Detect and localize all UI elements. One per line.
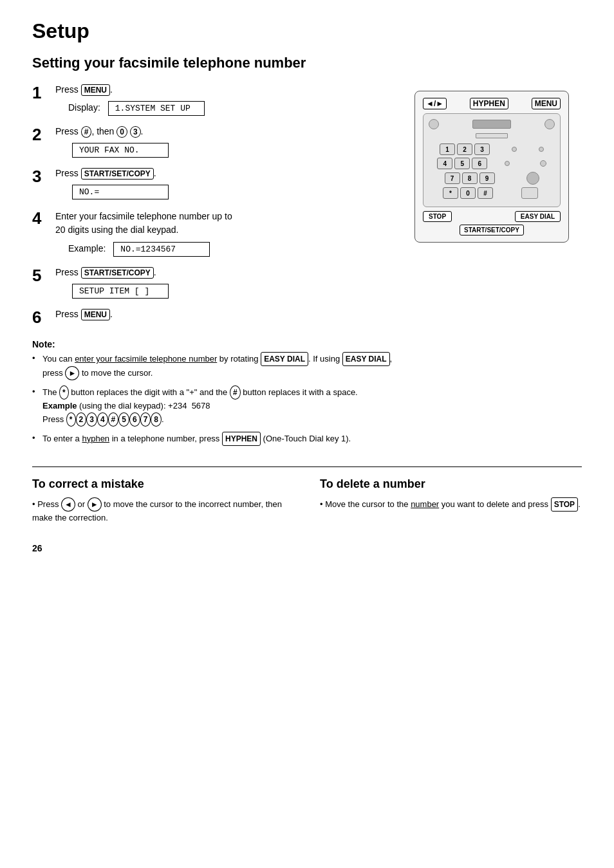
- step-5: 5 Press START/SET/COPY. SETUP ITEM [ ]: [32, 267, 402, 299]
- note-item-2: The * button replaces the digit with a "…: [32, 385, 402, 427]
- fax-key-8: 8: [462, 172, 478, 184]
- fax-key-0: 0: [460, 187, 476, 199]
- correct-mistake-title: To correct a mistake: [32, 477, 294, 491]
- fax-circles-group-1: 1 2 3: [440, 143, 490, 155]
- step-4-example-label: Example:: [68, 243, 106, 254]
- correct-mistake-section: To correct a mistake • Press ◄ or ► to m…: [32, 477, 294, 524]
- step-1-display-row: Display: 1.SYSTEM SET UP: [68, 98, 402, 116]
- forward-arrow-note1: ►: [65, 366, 79, 380]
- stop-key-delete: STOP: [551, 497, 578, 512]
- easy-dial-btn-diagram: EASY DIAL: [515, 211, 561, 222]
- press-star: *: [66, 412, 76, 427]
- menu-btn-diagram: MENU: [532, 98, 561, 109]
- step-2-instruction: Press #, then 0 3.: [55, 126, 402, 138]
- nav-arrows-btn: ◄/►: [423, 98, 447, 109]
- step-1-instruction: Press MENU.: [55, 84, 402, 96]
- step-2-content: Press #, then 0 3. YOUR FAX NO.: [55, 126, 402, 158]
- page-number: 26: [32, 543, 582, 553]
- fax-key-1: 1: [440, 143, 455, 155]
- press-hash: #: [108, 412, 119, 427]
- step-5-display-value: SETUP ITEM [ ]: [72, 284, 169, 299]
- delete-number-text: • Move the cursor to the number you want…: [320, 497, 582, 512]
- step-1-display-value: 1.SYSTEM SET UP: [108, 101, 205, 116]
- notes-label: Note:: [32, 339, 402, 349]
- fax-diagram-column: ◄/► HYPHEN MENU 1 2: [414, 84, 582, 451]
- fax-circles-row-3: 7 8 9: [429, 172, 555, 185]
- step-5-content: Press START/SET/COPY. SETUP ITEM [ ]: [55, 267, 402, 299]
- step-4-instruction: Enter your facsimile telephone number up…: [55, 210, 402, 237]
- section-divider: [32, 466, 582, 467]
- fax-small-circle-1: [512, 147, 517, 152]
- delete-number-section: To delete a number • Move the cursor to …: [320, 477, 582, 524]
- fax-key-4: 4: [437, 158, 452, 169]
- notes-section: Note: You can enter your facsimile telep…: [32, 339, 402, 446]
- forward-arrow-correct: ►: [88, 497, 102, 512]
- steps-column: 1 Press MENU. Display: 1.SYSTEM SET UP 2…: [32, 84, 402, 451]
- step-2: 2 Press #, then 0 3. YOUR FAX NO.: [32, 126, 402, 158]
- fax-circle-right: [544, 119, 555, 129]
- hash-key: #: [81, 126, 92, 138]
- page-title: Setup: [32, 19, 582, 43]
- fax-diagram: ◄/► HYPHEN MENU 1 2: [414, 91, 569, 243]
- press-5: 5: [118, 412, 129, 427]
- step-3: 3 Press START/SET/COPY. NO.=: [32, 168, 402, 199]
- step-3-display-value: NO.=: [72, 185, 169, 199]
- hyphen-btn: HYPHEN: [470, 98, 508, 109]
- press-7: 7: [140, 412, 151, 427]
- fax-key-star: *: [443, 187, 458, 199]
- fax-key-3: 3: [474, 143, 490, 155]
- step-2-display-row: YOUR FAX NO.: [68, 140, 402, 158]
- step-3-number: 3: [32, 167, 55, 187]
- fax-key-2: 2: [457, 143, 472, 155]
- fax-paper-slot: [476, 133, 508, 138]
- step-6-number: 6: [32, 308, 55, 328]
- bottom-layout: To correct a mistake • Press ◄ or ► to m…: [32, 477, 582, 524]
- step-1-content: Press MENU. Display: 1.SYSTEM SET UP: [55, 84, 402, 116]
- step-6-content: Press MENU.: [55, 309, 402, 323]
- fax-circles-group-4: * 0 #: [443, 187, 493, 199]
- press-8: 8: [151, 412, 162, 427]
- zero-key: 0: [116, 126, 127, 138]
- step-1-display-label: Display:: [68, 102, 100, 113]
- fax-circles-group-2: 4 5 6: [437, 158, 487, 169]
- note-item-1: You can enter your facsimile telephone n…: [32, 352, 402, 380]
- start-set-copy-key-5: START/SET/COPY: [81, 267, 154, 279]
- menu-key-6: MENU: [81, 309, 110, 320]
- step-4-number: 4: [32, 208, 55, 228]
- note-item-3: To enter a hyphen in a telephone number,…: [32, 432, 402, 446]
- fax-key-6: 6: [472, 158, 487, 169]
- fax-circles-row-4: * 0 #: [429, 187, 555, 199]
- step-6-instruction: Press MENU.: [55, 309, 402, 320]
- easy-dial-key-note1b: EASY DIAL: [342, 352, 390, 366]
- hash-key-note2: #: [230, 385, 241, 400]
- step-4-display-row: Example: NO.=1234567: [68, 239, 402, 257]
- correct-mistake-text: • Press ◄ or ► to move the cursor to the…: [32, 497, 294, 524]
- step-5-instruction: Press START/SET/COPY.: [55, 267, 402, 279]
- hyphen-key-note3: HYPHEN: [222, 432, 261, 446]
- fax-body: 1 2 3 4 5 6: [423, 113, 561, 207]
- step-5-number: 5: [32, 266, 55, 286]
- start-set-copy-btn-diagram: START/SET/COPY: [460, 225, 524, 235]
- fax-bottom-row: STOP EASY DIAL: [423, 211, 561, 222]
- step-3-display-row: NO.=: [68, 182, 402, 199]
- back-arrow-correct: ◄: [61, 497, 75, 512]
- menu-key-1: MENU: [81, 84, 110, 96]
- fax-slider: [521, 187, 538, 199]
- fax-small-circle-3: [505, 161, 510, 166]
- fax-key-9: 9: [479, 172, 495, 184]
- step-4: 4 Enter your facsimile telephone number …: [32, 210, 402, 257]
- start-set-copy-key-3: START/SET/COPY: [81, 168, 154, 180]
- step-3-instruction: Press START/SET/COPY.: [55, 168, 402, 180]
- delete-number-title: To delete a number: [320, 477, 582, 491]
- three-key: 3: [130, 126, 141, 138]
- fax-circles-row-2: 4 5 6: [429, 158, 555, 169]
- fax-key-hash: #: [478, 187, 493, 199]
- section-title: Setting your facsimile telephone number: [32, 55, 582, 71]
- step-3-content: Press START/SET/COPY. NO.=: [55, 168, 402, 199]
- fax-small-circle-2: [539, 147, 544, 152]
- fax-small-circle-4: [540, 160, 546, 167]
- press-6: 6: [129, 412, 140, 427]
- step-1-number: 1: [32, 83, 55, 103]
- step-6: 6 Press MENU.: [32, 309, 402, 328]
- step-4-content: Enter your facsimile telephone number up…: [55, 210, 402, 257]
